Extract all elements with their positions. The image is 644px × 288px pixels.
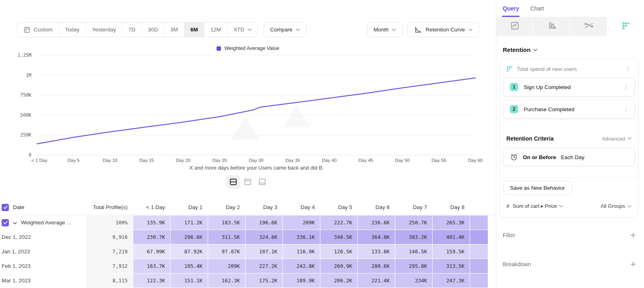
- column-header: Day 6: [358, 200, 395, 215]
- expand-chevron-icon[interactable]: [13, 220, 17, 226]
- all-groups-label: All Groups: [601, 203, 625, 209]
- layout-table-button[interactable]: [255, 175, 269, 189]
- value-cell: 175.2K: [246, 273, 283, 288]
- svg-text:Day 20: Day 20: [176, 158, 190, 163]
- value-cell: 250.7K: [395, 215, 432, 230]
- range-label: 12M: [211, 27, 221, 33]
- range-3m[interactable]: 3M: [164, 23, 184, 37]
- layout-chart-button[interactable]: [241, 175, 254, 189]
- value-cell: 295.8K: [395, 259, 432, 273]
- svg-text:Day 30: Day 30: [249, 158, 263, 163]
- behavior-step[interactable]: 1Sign Up Completed⋮: [503, 78, 635, 96]
- column-header: Total Profile(s): [86, 200, 133, 215]
- kebab-menu-icon[interactable]: ⋮: [621, 106, 630, 113]
- chevron-down-icon: [627, 205, 632, 207]
- layout-chart-icon: [244, 178, 252, 186]
- measure-property-dropdown[interactable]: Sum of cart ▸ Price: [513, 203, 564, 209]
- advanced-dropdown[interactable]: Advanced: [602, 136, 632, 142]
- range-custom[interactable]: Custom: [17, 23, 59, 37]
- date-range-segmented-control: CustomTodayYesterday7D30D3M6M12MXTD: [17, 22, 258, 37]
- value-cell: 67.99K: [133, 244, 170, 259]
- step-event-label: Sign Up Completed: [524, 84, 616, 90]
- chevron-down-icon: [627, 137, 632, 140]
- svg-text:500K: 500K: [20, 112, 31, 118]
- range-12m[interactable]: 12M: [204, 23, 227, 37]
- compare-button[interactable]: Compare: [264, 22, 307, 37]
- tab-query[interactable]: Query: [503, 0, 519, 17]
- chart-caption: X and more days before your Users came b…: [0, 165, 513, 171]
- report-tile-insights[interactable]: [496, 17, 533, 36]
- total-profiles-cell: 8,115: [86, 273, 133, 288]
- report-tile-funnels[interactable]: [533, 17, 570, 36]
- value-cell: 183.5K: [208, 215, 245, 230]
- value-cell: 171.2K: [171, 215, 208, 230]
- range-yesterday[interactable]: Yesterday: [86, 23, 123, 37]
- granularity-dropdown[interactable]: Month: [367, 22, 403, 37]
- total-profiles-cell: 7,912: [86, 259, 133, 273]
- criteria-setting-card[interactable]: On or Before Each Day: [503, 148, 635, 166]
- report-main: CustomTodayYesterday7D30D3M6M12MXTD Comp…: [0, 0, 496, 288]
- chevron-down-icon: [13, 222, 17, 224]
- value-cell: 265.3K: [433, 215, 470, 230]
- behavior-step[interactable]: 2Purchase Completed⋮: [503, 100, 635, 118]
- report-tile-flows[interactable]: [570, 17, 607, 36]
- value-cell: 311.5K: [208, 230, 245, 244]
- value-cell: 163.7K: [133, 259, 170, 273]
- row-label: Jan 1, 2023: [2, 249, 30, 255]
- chart-type-dropdown[interactable]: Retention Curve: [407, 22, 479, 37]
- add-breakdown-button[interactable]: [629, 260, 638, 269]
- retention-report-app: CustomTodayYesterday7D30D3M6M12MXTD Comp…: [0, 0, 644, 288]
- value-cell: 162.3K: [208, 273, 245, 288]
- range-7d[interactable]: 7D: [122, 23, 142, 37]
- retention-criteria-row: Retention Criteria Advanced: [506, 135, 632, 142]
- value-cell: 280.6K: [358, 259, 395, 273]
- step-number-badge: 2: [510, 105, 518, 113]
- tab-chart[interactable]: Chart: [530, 0, 544, 17]
- partial-column-header: [470, 200, 488, 215]
- table-header-row: DateTotal Profile(s)< 1 DayDay 1Day 2Day…: [0, 200, 496, 215]
- value-cell: 247.3K: [433, 273, 470, 288]
- total-profiles-cell: 100%: [86, 215, 133, 230]
- range-today[interactable]: Today: [59, 23, 86, 37]
- date-header-cell: Date: [0, 200, 86, 215]
- kebab-menu-icon[interactable]: ⋮: [623, 65, 632, 73]
- chevron-down-icon: [559, 205, 563, 207]
- breakdown-label: Breakdown: [503, 261, 629, 267]
- report-tile-retention[interactable]: [607, 17, 644, 36]
- retention-section-dropdown[interactable]: Retention: [503, 46, 638, 53]
- alarm-clock-icon: [510, 153, 518, 161]
- retention-table: DateTotal Profile(s)< 1 DayDay 1Day 2Day…: [0, 200, 496, 288]
- range-label: 30D: [148, 27, 158, 33]
- checkbox-select-all[interactable]: [2, 204, 9, 211]
- row-label: Dec 1, 2022: [2, 234, 31, 240]
- svg-text:250K: 250K: [20, 132, 31, 138]
- kebab-menu-icon[interactable]: ⋮: [621, 83, 630, 91]
- query-panel: Query Chart Retention Total spend of new…: [496, 0, 644, 288]
- all-groups-dropdown[interactable]: All Groups: [601, 203, 632, 209]
- total-profiles-cell: 7,219: [86, 244, 133, 259]
- range-xtd[interactable]: XTD: [227, 23, 258, 37]
- svg-text:Day 5: Day 5: [68, 158, 80, 163]
- value-cell: 97.87K: [208, 244, 245, 259]
- legend-swatch: [217, 46, 221, 51]
- behavior-card-header: Total spend of new users ⋮: [500, 59, 638, 78]
- flows-icon: [584, 21, 594, 32]
- value-cell: 146.5K: [395, 244, 432, 259]
- legend-label: Weighted Average Value: [224, 46, 279, 51]
- svg-text:Day 35: Day 35: [285, 158, 300, 163]
- add-filter-button[interactable]: [629, 231, 638, 240]
- save-as-new-behavior-button[interactable]: Save as New Behavior: [503, 181, 572, 195]
- criteria-mode-value: On or Before: [523, 154, 556, 160]
- retention-curve-icon: [414, 26, 422, 34]
- retention-dots-icon: [506, 66, 513, 72]
- value-cell: 383.2K: [395, 230, 432, 244]
- range-30d[interactable]: 30D: [142, 23, 164, 37]
- range-6m[interactable]: 6M: [184, 23, 204, 37]
- layout-split-button[interactable]: [226, 175, 240, 189]
- value-cell: 189.9K: [283, 273, 320, 288]
- value-cell: 195.4K: [171, 259, 208, 273]
- chevron-down-icon: [392, 29, 396, 31]
- step-event-label: Purchase Completed: [524, 106, 616, 112]
- row-label-cell: Dec 1, 2022: [0, 230, 86, 244]
- checkbox-row[interactable]: [2, 219, 9, 226]
